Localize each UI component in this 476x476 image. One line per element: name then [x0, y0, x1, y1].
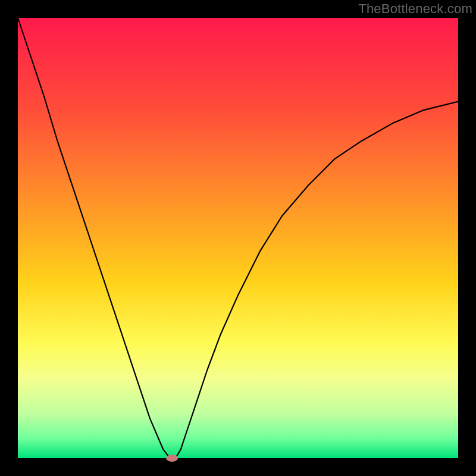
bottleneck-chart: TheBottleneck.com — [0, 0, 476, 476]
plot-background — [18, 18, 458, 458]
chart-svg — [0, 0, 476, 476]
watermark-text: TheBottleneck.com — [358, 1, 472, 17]
optimal-point-marker — [166, 455, 178, 462]
